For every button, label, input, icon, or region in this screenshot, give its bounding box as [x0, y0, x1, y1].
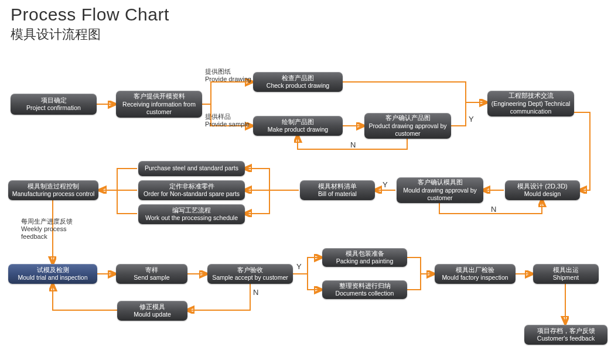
label-y-2: Y	[383, 180, 388, 189]
text-en: Make product drawing	[268, 126, 328, 133]
label-n-2: N	[491, 205, 496, 214]
text-cn: 检查产品图	[282, 74, 314, 83]
text-cn: 模具出厂检验	[456, 266, 494, 274]
node-check-drawing: 检查产品图 Check product drawing	[253, 72, 343, 92]
node-bom: 模具材料清单 Bill of material	[300, 180, 375, 200]
text-en: Customer's feedback	[537, 335, 595, 342]
text-en: Mould update	[134, 311, 171, 318]
annot-en: Provide sample	[205, 121, 250, 128]
text-cn: 模具材料清单	[318, 183, 357, 191]
text-cn: 客户确认模具图	[418, 178, 463, 187]
label-n-3: N	[253, 288, 258, 297]
node-work-out-schedule: 编写工艺流程 Work out the processing schedule	[138, 204, 245, 224]
node-send-sample: 寄样 Send sample	[116, 264, 187, 284]
annot-cn: 每周生产进度反馈	[21, 218, 91, 225]
annot-weekly-feedback: 每周生产进度反馈 Weekly process feedback	[21, 218, 91, 241]
node-make-drawing: 绘制产品图 Make product drawing	[253, 116, 343, 136]
text-en: Product drawing approval by customer	[368, 122, 448, 138]
node-mould-design: 模具设计 (2D,3D) Mould design	[505, 180, 580, 200]
text-en: Purchase steel and standard parts	[145, 164, 238, 172]
text-cn: 工程部技术交流	[508, 92, 554, 100]
node-mould-drawing-approval: 客户确认模具图 Mould drawing approval by custom…	[397, 177, 483, 203]
text-en: Shipment	[553, 274, 579, 281]
label-y-1: Y	[469, 115, 474, 123]
text-en: (Engineering Dept) Technical communicati…	[491, 100, 571, 115]
text-cn: 整理资料进行归纳	[339, 282, 391, 290]
annot-en: Provide drawing	[205, 75, 251, 83]
text-cn: 编写工艺流程	[172, 207, 211, 215]
title-en: Process Flow Chart	[11, 5, 169, 25]
text-cn: 绘制产品图	[282, 118, 314, 126]
text-en: Mould design	[524, 190, 561, 198]
node-factory-inspection: 模具出厂检验 Mould factory inspection	[435, 264, 516, 284]
text-en: Mould drawing approval by customer	[400, 187, 480, 202]
text-en: Manufacturing process control	[12, 190, 95, 198]
text-en: Receiving information from customer	[120, 101, 199, 116]
text-en: Bill of material	[318, 190, 357, 198]
text-cn: 模具设计 (2D,3D)	[517, 183, 568, 191]
node-trial-inspection: 试模及检测 Mould trial and inspection	[8, 264, 97, 284]
node-sample-accept: 客户验收 Sample accept by customer	[207, 264, 293, 284]
text-cn: 模具出运	[553, 266, 579, 274]
text-en: Documents collection	[336, 290, 394, 297]
node-customer-feedback: 项目存档，客户反馈 Customer's feedback	[524, 325, 607, 345]
flowchart-canvas: Process Flow Chart 模具设计流程图	[0, 0, 611, 364]
annot-en: Weekly process feedback	[21, 225, 91, 241]
node-purchase-steel: Purchase steel and standard parts	[138, 161, 245, 176]
text-en: Work out the processing schedule	[145, 214, 238, 222]
text-en: Order for Non-standard spare parts	[144, 190, 240, 198]
annot-cn: 提供样品	[205, 113, 250, 121]
text-cn: 模具制造过程控制	[28, 183, 79, 191]
text-en: Send sample	[134, 274, 169, 281]
text-cn: 模具包装准备	[346, 250, 384, 258]
node-shipment: 模具出运 Shipment	[533, 264, 599, 284]
node-mfg-control: 模具制造过程控制 Manufacturing process control	[8, 180, 98, 200]
node-receiving-info: 客户提供开模资料 Receiving information from cust…	[116, 91, 202, 118]
node-documents: 整理资料进行归纳 Documents collection	[322, 280, 407, 299]
text-cn: 客户验收	[237, 266, 263, 274]
node-order-nonstd: 定作非标准零件 Order for Non-standard spare par…	[138, 180, 245, 200]
text-cn: 项目确定	[41, 97, 67, 105]
text-cn: 修正模具	[139, 303, 165, 311]
label-y-3: Y	[296, 262, 302, 271]
annot-cn: 提供图纸	[205, 68, 251, 75]
text-en: Mould trial and inspection	[18, 274, 87, 281]
text-en: Sample accept by customer	[212, 274, 288, 281]
text-en: Packing and painting	[336, 257, 394, 265]
node-project-confirmation: 项目确定 Project confirmation	[11, 94, 97, 115]
annot-provide-drawing: 提供图纸 Provide drawing	[205, 68, 251, 83]
text-cn: 定作非标准零件	[169, 183, 214, 191]
text-cn: 寄样	[145, 266, 158, 274]
text-cn: 客户确认产品图	[385, 114, 431, 122]
node-tech-comm: 工程部技术交流 (Engineering Dept) Technical com…	[487, 91, 574, 116]
annot-provide-sample: 提供样品 Provide sample	[205, 113, 250, 128]
text-cn: 项目存档，客户反馈	[537, 327, 595, 335]
text-en: Project confirmation	[26, 104, 81, 112]
node-drawing-approval: 客户确认产品图 Product drawing approval by cust…	[364, 113, 451, 139]
title-cn: 模具设计流程图	[11, 26, 101, 43]
node-mould-update: 修正模具 Mould update	[117, 301, 187, 321]
node-packing: 模具包装准备 Packing and painting	[322, 248, 407, 267]
label-n-1: N	[350, 140, 356, 149]
text-en: Mould factory inspection	[442, 274, 508, 281]
text-en: Check product drawing	[267, 82, 329, 90]
text-cn: 客户提供开模资料	[134, 92, 185, 101]
text-cn: 试模及检测	[37, 266, 69, 274]
